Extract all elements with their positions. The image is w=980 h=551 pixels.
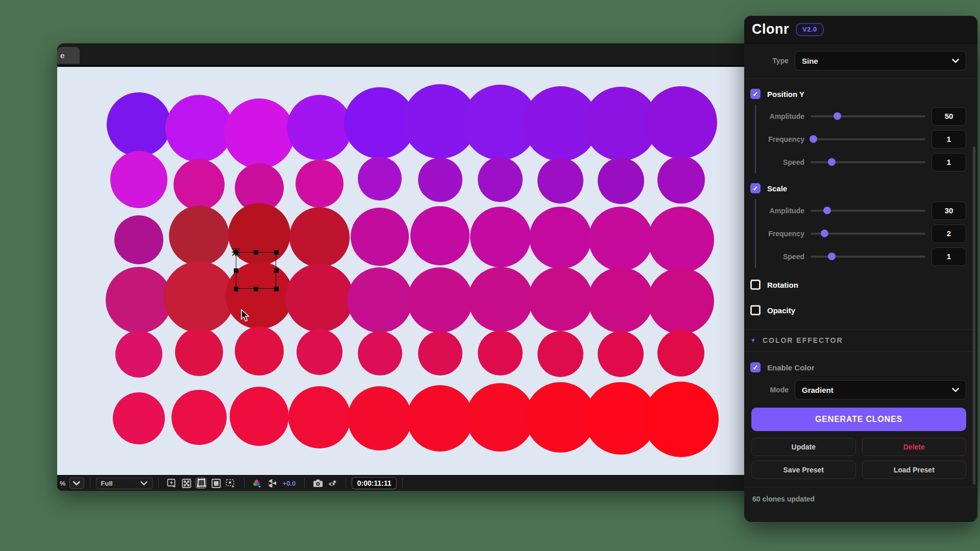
fast-previews-icon[interactable] bbox=[166, 478, 177, 488]
selection-handle[interactable] bbox=[274, 250, 279, 255]
clone-circle[interactable] bbox=[470, 207, 531, 267]
clone-circle[interactable] bbox=[478, 157, 523, 202]
clone-circle[interactable] bbox=[287, 95, 352, 160]
speed-value[interactable]: 1 bbox=[932, 247, 966, 266]
amplitude-value[interactable]: 50 bbox=[932, 107, 966, 126]
clone-circle[interactable] bbox=[598, 331, 644, 377]
clone-circle[interactable] bbox=[110, 151, 167, 208]
clone-circle[interactable] bbox=[468, 267, 533, 332]
reset-exposure-icon[interactable] bbox=[267, 478, 277, 488]
clone-circle[interactable] bbox=[235, 327, 284, 375]
clone-circle[interactable] bbox=[537, 158, 583, 204]
speed-slider[interactable] bbox=[811, 253, 925, 260]
clone-circle[interactable] bbox=[598, 158, 644, 204]
snapshot-camera-icon[interactable] bbox=[313, 478, 323, 488]
selection-handle[interactable] bbox=[254, 287, 258, 291]
frequency-slider[interactable] bbox=[811, 230, 925, 237]
clone-circle[interactable] bbox=[347, 267, 412, 333]
selection-handle[interactable] bbox=[254, 250, 258, 255]
opacity-checkbox[interactable]: ✓ bbox=[750, 305, 761, 315]
clone-circle[interactable] bbox=[115, 331, 162, 378]
clone-circle[interactable] bbox=[169, 206, 229, 266]
slider-thumb[interactable] bbox=[828, 253, 836, 260]
composition-tab[interactable]: e bbox=[57, 47, 80, 64]
region-of-interest-icon[interactable] bbox=[211, 478, 221, 488]
mask-visibility-icon[interactable] bbox=[196, 478, 206, 488]
slider-thumb[interactable] bbox=[834, 112, 841, 120]
clone-circle[interactable] bbox=[478, 331, 523, 375]
enable-color-row[interactable]: ✓ Enable Color bbox=[750, 357, 966, 378]
rotation-checkbox[interactable]: ✓ bbox=[750, 280, 761, 290]
channel-color-icon[interactable] bbox=[252, 478, 262, 488]
clone-circle[interactable] bbox=[288, 386, 351, 448]
clone-circle[interactable] bbox=[165, 95, 233, 162]
clone-circle[interactable] bbox=[529, 207, 592, 269]
clone-circle[interactable] bbox=[407, 385, 473, 452]
amplitude-value[interactable]: 30 bbox=[932, 202, 966, 220]
panel-scrollbar[interactable] bbox=[973, 146, 975, 485]
clone-circle[interactable] bbox=[175, 328, 223, 376]
save-preset-button[interactable]: Save Preset bbox=[751, 461, 856, 479]
slider-thumb[interactable] bbox=[828, 158, 836, 166]
clone-circle[interactable] bbox=[172, 390, 227, 445]
clone-circle[interactable] bbox=[645, 86, 717, 159]
clone-circle[interactable] bbox=[410, 206, 470, 265]
position-y-checkbox[interactable]: ✓ bbox=[750, 89, 761, 99]
resolution-dropdown[interactable]: Full bbox=[96, 478, 153, 489]
slider-thumb[interactable] bbox=[823, 207, 831, 214]
anchor-point-icon[interactable] bbox=[230, 246, 241, 258]
clone-circle[interactable] bbox=[107, 92, 171, 157]
enable-color-checkbox[interactable]: ✓ bbox=[750, 362, 761, 372]
clone-circle[interactable] bbox=[528, 267, 593, 331]
clone-circle[interactable] bbox=[113, 392, 165, 444]
clone-circle[interactable] bbox=[643, 382, 719, 457]
selection-handle[interactable] bbox=[234, 268, 238, 273]
clone-circle[interactable] bbox=[466, 383, 534, 452]
clone-circle[interactable] bbox=[106, 267, 172, 333]
slider-thumb[interactable] bbox=[810, 135, 817, 143]
speed-value[interactable]: 1 bbox=[932, 153, 966, 171]
timecode-display[interactable]: 0:00:11:11 bbox=[352, 477, 397, 489]
clone-circle[interactable] bbox=[358, 157, 402, 201]
load-preset-button[interactable]: Load Preset bbox=[862, 461, 967, 479]
clone-circle[interactable] bbox=[114, 215, 163, 264]
clone-circle[interactable] bbox=[297, 329, 342, 375]
clone-circle[interactable] bbox=[418, 331, 462, 375]
clone-circle[interactable] bbox=[657, 156, 705, 204]
selection-handle[interactable] bbox=[274, 268, 279, 273]
clone-circle[interactable] bbox=[351, 208, 409, 266]
clone-circle[interactable] bbox=[589, 207, 653, 271]
amplitude-slider[interactable] bbox=[811, 112, 925, 120]
frequency-slider[interactable] bbox=[811, 135, 925, 143]
frequency-value[interactable]: 1 bbox=[932, 130, 966, 148]
clone-circle[interactable] bbox=[657, 330, 704, 377]
clone-circle[interactable] bbox=[230, 387, 289, 446]
clone-circle[interactable] bbox=[588, 267, 653, 333]
clone-circle[interactable] bbox=[407, 267, 473, 333]
layer-selection-box[interactable] bbox=[236, 252, 276, 289]
delete-button[interactable]: Delete bbox=[862, 438, 967, 456]
slider-thumb[interactable] bbox=[821, 230, 828, 237]
color-effector-header[interactable]: ▼ COLOR EFFECTOR bbox=[744, 329, 977, 352]
update-button[interactable]: Update bbox=[751, 438, 856, 456]
clone-circle[interactable] bbox=[289, 207, 350, 267]
show-snapshot-icon[interactable] bbox=[328, 478, 338, 488]
generate-clones-button[interactable]: GENERATE CLONES bbox=[751, 408, 966, 431]
magnification-dropdown[interactable] bbox=[69, 478, 84, 489]
speed-slider[interactable] bbox=[811, 158, 925, 166]
frequency-value[interactable]: 2 bbox=[932, 224, 966, 243]
effector-opacity[interactable]: ✓ Opacity bbox=[750, 297, 966, 323]
clone-circle[interactable] bbox=[174, 159, 225, 210]
grid-guides-icon[interactable] bbox=[226, 478, 236, 488]
amplitude-slider[interactable] bbox=[811, 207, 925, 214]
effector-position-y[interactable]: ✓ Position Y bbox=[750, 83, 966, 105]
clone-circle[interactable] bbox=[224, 98, 295, 169]
clone-circle[interactable] bbox=[648, 207, 714, 273]
transparency-grid-icon[interactable] bbox=[181, 478, 191, 488]
type-dropdown[interactable]: Sine bbox=[795, 51, 966, 70]
exposure-value[interactable]: +0.0 bbox=[283, 480, 296, 487]
effector-scale[interactable]: ✓ Scale bbox=[750, 178, 966, 199]
scale-checkbox[interactable]: ✓ bbox=[750, 183, 761, 193]
effector-rotation[interactable]: ✓ Rotation bbox=[750, 272, 966, 297]
clone-circle[interactable] bbox=[163, 261, 235, 333]
